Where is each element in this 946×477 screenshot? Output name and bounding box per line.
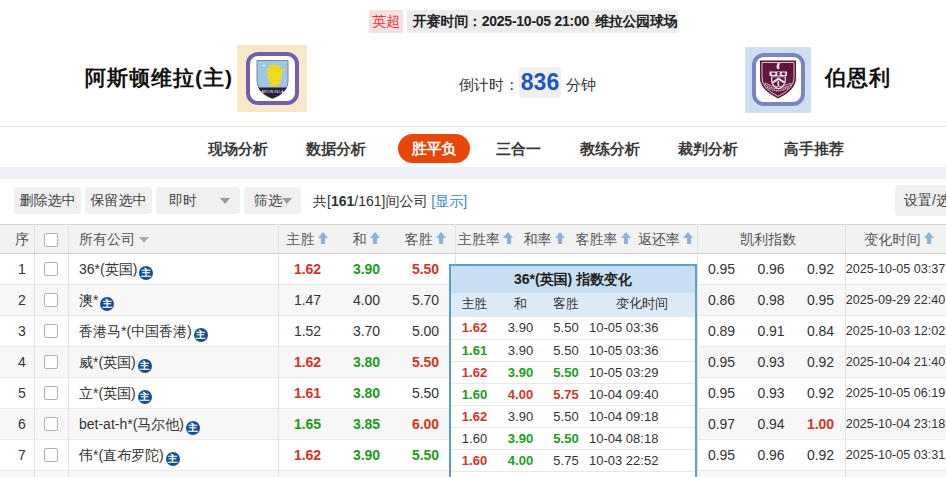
svg-text:ASTON VILLA: ASTON VILLA [262,90,285,94]
